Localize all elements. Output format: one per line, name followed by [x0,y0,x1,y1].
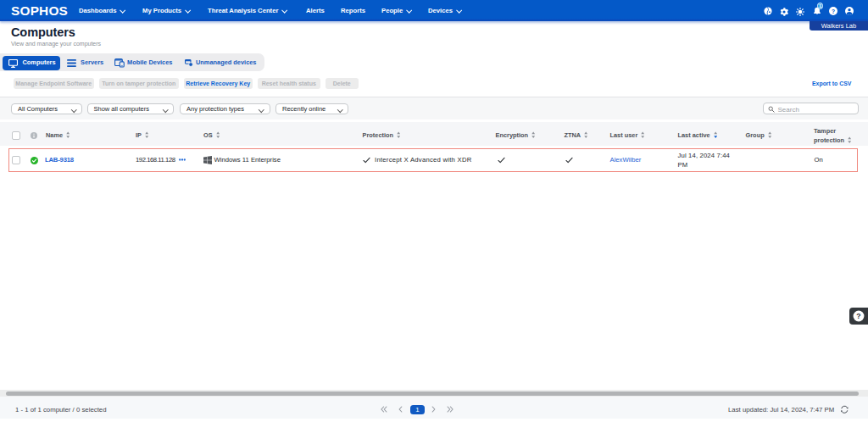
svg-text:?: ? [856,312,860,320]
svg-text:?: ? [832,8,835,14]
